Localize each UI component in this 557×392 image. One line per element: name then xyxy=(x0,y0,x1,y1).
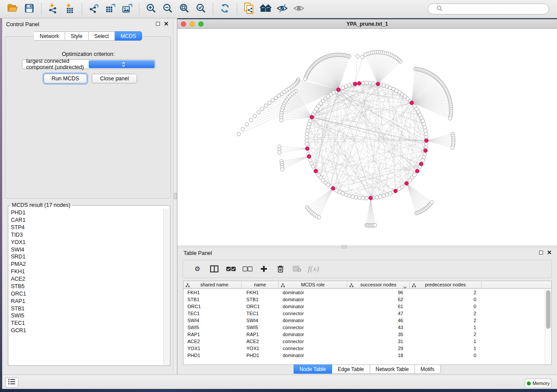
close-panel-icon[interactable]: ✕ xyxy=(547,251,552,254)
import-network-button[interactable] xyxy=(46,2,61,17)
mcds-result-item[interactable]: ACE2 xyxy=(9,275,163,283)
vertical-splitter[interactable] xyxy=(173,18,177,375)
close-panel-icon[interactable]: ✕ xyxy=(164,22,169,26)
table-row[interactable]: ACE2 ACE2 connector 31 1 xyxy=(183,338,545,345)
table-tab[interactable]: Motifs xyxy=(415,364,441,374)
mcds-result-item[interactable]: RAP1 xyxy=(9,298,163,305)
cell-name: SWI4 xyxy=(242,318,279,323)
column-header-shared-name[interactable]: shared name xyxy=(183,281,242,288)
table-tab[interactable]: Node Table xyxy=(294,364,332,374)
mcds-list-scrollbar[interactable] xyxy=(163,209,170,365)
cell-name: TEC1 xyxy=(242,311,279,316)
cell-shared-name: STB1 xyxy=(183,297,242,302)
export-image-button[interactable] xyxy=(120,2,135,17)
column-header-mcds-role[interactable]: MCDS role xyxy=(279,281,347,288)
cell-successor-nodes: 96 xyxy=(347,290,410,295)
table-tabs: Node TableEdge TableNetwork TableMotifs xyxy=(177,364,557,374)
deselect-all-checkboxes-icon[interactable] xyxy=(239,266,256,272)
cell-mcds-role: dominator xyxy=(279,297,347,302)
mcds-result-item[interactable]: TEC1 xyxy=(9,320,163,327)
task-history-button[interactable] xyxy=(5,377,18,388)
show-hidden-button[interactable] xyxy=(291,2,306,17)
export-network-button[interactable] xyxy=(86,2,101,17)
table-row[interactable]: STB1 STB1 dominator 62 0 xyxy=(183,296,545,303)
mcds-result-item[interactable]: PHD1 xyxy=(9,209,163,217)
network-canvas[interactable] xyxy=(177,29,557,245)
horizontal-splitter[interactable] xyxy=(177,245,557,248)
zoom-fit-button[interactable] xyxy=(177,2,192,17)
table-row[interactable]: YOX1 YOX1 connector 29 1 xyxy=(183,345,545,352)
import-table-icon xyxy=(65,3,75,15)
column-settings-gear-icon[interactable]: ⚙ xyxy=(189,265,206,273)
control-panel-tab[interactable]: MCDS xyxy=(115,31,142,41)
mcds-result-item[interactable]: ORC1 xyxy=(9,290,163,298)
zoom-in-button[interactable] xyxy=(144,2,159,17)
memory-button[interactable]: Memory xyxy=(525,378,552,388)
table-row[interactable]: FKH1 FKH1 dominator 96 2 xyxy=(183,289,545,296)
mcds-result-item[interactable]: STB1 xyxy=(9,305,163,312)
optimization-criterion-label: Optimization criterion: xyxy=(5,51,171,57)
memory-label: Memory xyxy=(533,381,550,386)
mcds-result-item[interactable]: PMA2 xyxy=(9,261,163,268)
cell-mcds-role: dominator xyxy=(279,290,347,295)
table-row[interactable]: PHD1 PHD1 dominator 18 0 xyxy=(183,352,545,359)
add-column-icon[interactable] xyxy=(256,265,272,272)
show-columns-icon[interactable] xyxy=(206,265,222,272)
column-header-predecessor-nodes[interactable]: predecessor nodes xyxy=(410,281,481,288)
table-row[interactable]: RAP1 RAP1 dominator 35 2 xyxy=(183,331,545,338)
mcds-result-item[interactable]: FKH1 xyxy=(9,268,163,275)
hide-selected-button[interactable] xyxy=(275,2,290,17)
table-tab[interactable]: Edge Table xyxy=(332,364,370,374)
refresh-button[interactable] xyxy=(218,2,232,17)
mcds-result-item[interactable]: TID3 xyxy=(9,231,163,239)
apply-function-icon[interactable]: f(x) xyxy=(305,265,322,273)
cell-name: ORC1 xyxy=(242,304,279,309)
vertical-splitter-handle[interactable] xyxy=(174,193,177,199)
table-row[interactable]: ORC1 ORC1 dominator 61 0 xyxy=(183,303,545,310)
export-table-button[interactable] xyxy=(103,2,118,17)
run-mcds-button[interactable]: Run MCDS xyxy=(44,74,87,83)
column-header-name[interactable]: name xyxy=(242,281,279,288)
delete-table-icon[interactable] xyxy=(289,266,305,272)
close-panel-button[interactable]: Close panel xyxy=(92,74,137,83)
control-panel-tab[interactable]: Style xyxy=(65,31,89,41)
mcds-result-item[interactable]: SWI4 xyxy=(9,246,163,253)
delete-column-icon[interactable] xyxy=(272,265,289,273)
network-overview-button[interactable] xyxy=(258,2,273,17)
mcds-result-item[interactable]: YOX1 xyxy=(9,239,163,246)
table-row[interactable]: SWI5 SWI5 connector 43 1 xyxy=(183,324,545,331)
select-all-checkboxes-icon[interactable] xyxy=(222,266,239,272)
open-file-button[interactable] xyxy=(5,2,20,17)
column-header-successor-nodes[interactable]: successor nodes xyxy=(347,281,410,288)
mcds-result-item[interactable]: GCR1 xyxy=(9,327,163,334)
mcds-result-item[interactable]: STB5 xyxy=(9,283,163,290)
table-scrollbar-thumb[interactable] xyxy=(546,290,550,329)
toolbar-separator xyxy=(213,3,213,15)
table-tab[interactable]: Network Table xyxy=(370,364,415,374)
table-panel-title: Table Panel xyxy=(183,250,212,256)
zoom-selected-button[interactable] xyxy=(194,2,208,17)
optimization-criterion-select[interactable]: largest connected component (undirected) xyxy=(22,59,156,69)
float-panel-icon[interactable] xyxy=(539,251,543,254)
import-table-button[interactable] xyxy=(62,2,77,17)
mcds-result-item[interactable]: SRD1 xyxy=(9,253,163,261)
clone-network-button[interactable] xyxy=(242,2,256,17)
cell-shared-name: PHD1 xyxy=(183,353,242,358)
cell-successor-nodes: 61 xyxy=(347,304,410,309)
horizontal-splitter-handle[interactable] xyxy=(342,245,347,248)
zoom-out-button[interactable] xyxy=(160,2,175,17)
search-input[interactable] xyxy=(428,3,549,14)
mcds-result-item[interactable]: SWI5 xyxy=(9,312,163,320)
float-panel-icon[interactable] xyxy=(156,22,160,26)
control-panel-tab[interactable]: Network xyxy=(34,31,65,41)
table-row[interactable]: TEC1 TEC1 connector 47 2 xyxy=(183,310,545,317)
toolbar-separator xyxy=(237,3,237,15)
save-session-button[interactable] xyxy=(22,2,37,17)
table-scrollbar[interactable] xyxy=(545,289,551,364)
attribute-tree-icon xyxy=(186,283,190,288)
mcds-result-item[interactable]: STP4 xyxy=(9,224,163,231)
table-row[interactable]: SWI4 SWI4 dominator 46 2 xyxy=(183,317,545,324)
control-panel-tab[interactable]: Select xyxy=(89,31,115,41)
mcds-result-item[interactable]: CAR1 xyxy=(9,217,163,224)
toolbar-separator xyxy=(82,3,82,15)
